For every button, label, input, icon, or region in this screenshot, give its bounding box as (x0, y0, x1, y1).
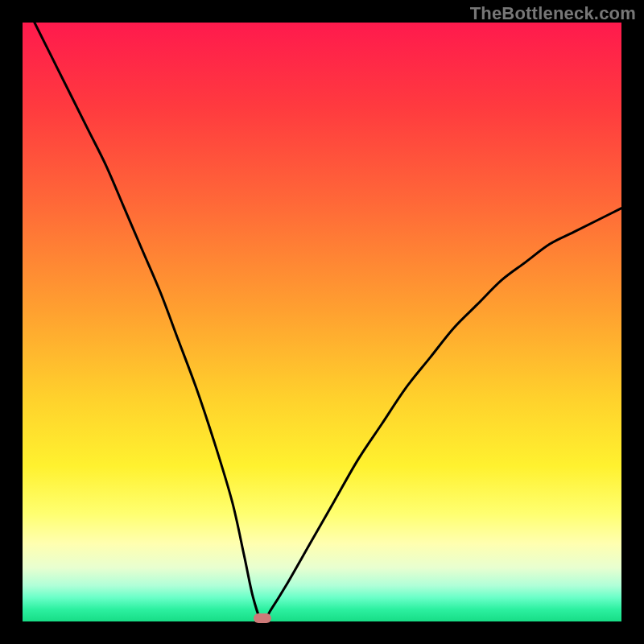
minimum-marker (254, 613, 271, 623)
bottleneck-curve (23, 23, 621, 621)
curve-path (35, 23, 621, 621)
plot-area (23, 23, 621, 621)
watermark-text: TheBottleneck.com (470, 3, 636, 24)
chart-frame: TheBottleneck.com (0, 0, 644, 644)
